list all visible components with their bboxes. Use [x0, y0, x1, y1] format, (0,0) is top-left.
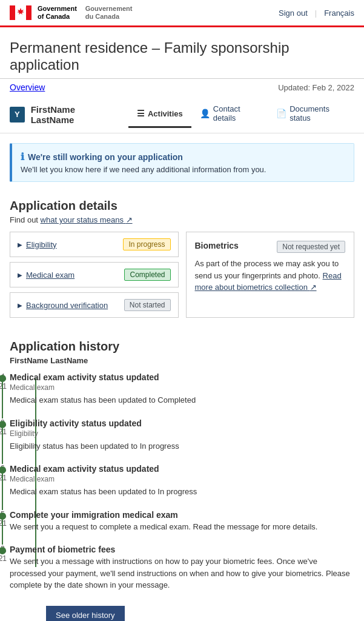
- background-arrow-icon: ▶: [18, 302, 22, 309]
- site-header: Government of Canada Gouvernement du Can…: [0, 0, 364, 27]
- timeline-event-title: Medical exam activity status updated: [10, 464, 354, 474]
- info-banner-title: ℹ We're still working on your applicatio…: [21, 151, 345, 163]
- gov-name-text: Government of Canada: [38, 5, 77, 21]
- background-verification-badge: Not started: [124, 299, 171, 311]
- see-older-history-button[interactable]: See older history: [46, 606, 125, 621]
- timeline-content: Medical exam activity status updated Med…: [10, 372, 354, 406]
- timeline-event-title: Complete your immigration medical exam: [10, 510, 354, 520]
- timeline-item: Aug 24, 2021 Medical exam activity statu…: [10, 372, 354, 406]
- timeline-event-title: Eligibility activity status updated: [10, 418, 354, 428]
- timeline-event-title: Medical exam activity status updated: [10, 372, 354, 382]
- timeline-item: Jul 25, 2021 Complete your immigration m…: [10, 510, 354, 533]
- medical-arrow-icon: ▶: [18, 272, 22, 278]
- timeline-event-subtitle: Medical exam: [10, 383, 354, 392]
- breadcrumb-area: Overview Updated: Feb 2, 2022: [0, 79, 364, 96]
- updated-date: Updated: Feb 2, 2022: [278, 83, 354, 92]
- info-banner: ℹ We're still working on your applicatio…: [10, 143, 354, 182]
- biometrics-description: As part of the process we may ask you to…: [195, 258, 346, 294]
- contact-icon: 👤: [200, 109, 210, 118]
- timeline-content: Payment of biometric fees We sent you a …: [10, 545, 354, 591]
- details-left-col: ▶ Eligibility In progress ▶ Medical exam…: [10, 232, 179, 318]
- medical-exam-link[interactable]: Medical exam: [26, 270, 74, 280]
- status-means-link[interactable]: what your status means ↗: [41, 215, 133, 224]
- page-title: Permanent residence – Family sponsorship…: [10, 39, 354, 73]
- svg-rect-2: [26, 5, 31, 20]
- overview-link[interactable]: Overview: [10, 82, 45, 92]
- details-grid: ▶ Eligibility In progress ▶ Medical exam…: [10, 232, 354, 318]
- info-banner-text: We'll let you know here if we need any a…: [21, 165, 345, 174]
- profile-tab-area: Y FirstName LastName ☰ Activities 👤 Cont…: [0, 96, 364, 133]
- profile-badge: Y: [10, 107, 25, 123]
- timeline-event-title: Payment of biometric fees: [10, 545, 354, 554]
- header-actions: Sign out | Français: [279, 8, 354, 18]
- timeline-item: Jul 26, 2021 Medical exam activity statu…: [10, 464, 354, 498]
- biometrics-box: Biometrics Not requested yet As part of …: [186, 232, 355, 318]
- tab-activities-label: Activities: [148, 109, 183, 118]
- timeline-event-subtitle: Medical exam: [10, 475, 354, 483]
- tab-contact-label: Contact details: [213, 104, 259, 123]
- gov-branding: Government of Canada Gouvernement du Can…: [10, 5, 132, 21]
- timeline-item: Aug 19, 2021 Eligibility activity status…: [10, 418, 354, 452]
- background-verification-link[interactable]: Background verification: [26, 301, 108, 310]
- timeline-event-desc: We sent you a message with instructions …: [10, 556, 354, 591]
- timeline-event-subtitle: Eligibility: [10, 429, 354, 438]
- application-history-section: Application history FirstName LastName A…: [0, 332, 364, 621]
- tab-activities[interactable]: ☰ Activities: [128, 101, 191, 128]
- gov-name-fr: Gouvernement du Canada: [85, 5, 133, 21]
- timeline-event-desc: Medical exam status has been updated to …: [10, 486, 354, 498]
- tab-bar: ☰ Activities 👤 Contact details 📄 Documen…: [128, 101, 354, 128]
- timeline-event-desc: Eligibility status has been updated to I…: [10, 440, 354, 452]
- info-icon: ℹ: [21, 151, 24, 163]
- timeline-content: Medical exam activity status updated Med…: [10, 464, 354, 498]
- eligibility-item: ▶ Eligibility In progress: [10, 232, 179, 257]
- activities-icon: ☰: [137, 109, 145, 118]
- application-details-section: Application details Find out what your s…: [0, 192, 364, 332]
- history-person-name: FirstName LastName: [10, 356, 354, 365]
- timeline-item: Jul 22, 2021 Payment of biometric fees W…: [10, 545, 354, 591]
- tab-documents-status[interactable]: 📄 Documents status: [268, 101, 354, 128]
- background-verification-item: ▶ Background verification Not started: [10, 292, 179, 318]
- timeline: Aug 24, 2021 Medical exam activity statu…: [10, 372, 354, 591]
- documents-icon: 📄: [276, 109, 286, 118]
- breadcrumb: Overview: [10, 82, 45, 92]
- biometrics-title: Biometrics: [195, 241, 239, 250]
- sign-out-link[interactable]: Sign out: [279, 8, 308, 18]
- timeline-content: Complete your immigration medical exam W…: [10, 510, 354, 533]
- timeline-event-desc: Medical exam status has been updated to …: [10, 394, 354, 406]
- language-toggle[interactable]: Français: [324, 8, 354, 18]
- tab-documents-label: Documents status: [290, 104, 346, 123]
- history-title: Application history: [10, 340, 354, 354]
- tab-contact-details[interactable]: 👤 Contact details: [191, 101, 268, 128]
- medical-exam-badge: Completed: [124, 269, 170, 281]
- profile-name: FirstName LastName: [31, 104, 116, 125]
- application-details-title: Application details: [10, 199, 354, 213]
- medical-exam-item: ▶ Medical exam Completed: [10, 262, 179, 287]
- page-title-area: Permanent residence – Family sponsorship…: [0, 27, 364, 79]
- canada-flag-icon: [10, 5, 31, 20]
- timeline-content: Eligibility activity status updated Elig…: [10, 418, 354, 452]
- eligibility-arrow-icon: ▶: [18, 241, 22, 248]
- biometrics-badge: Not requested yet: [277, 241, 345, 253]
- svg-rect-1: [10, 5, 15, 20]
- eligibility-badge: In progress: [123, 238, 170, 250]
- application-details-subtitle: Find out what your status means ↗: [10, 215, 354, 224]
- timeline-event-desc: We sent you a request to complete a medi…: [10, 521, 354, 533]
- eligibility-link[interactable]: Eligibility: [26, 240, 57, 249]
